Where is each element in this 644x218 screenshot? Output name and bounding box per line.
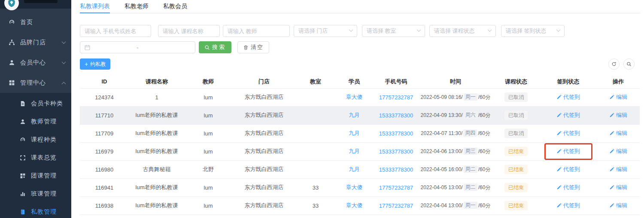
- sidebar-item-member-center[interactable]: 会员中心: [0, 52, 71, 73]
- duration-text: /60分: [478, 184, 491, 190]
- sidebar-item-label: 班课管理: [31, 190, 71, 198]
- edit-button[interactable]: 编辑: [609, 147, 627, 155]
- weekday-tag: 周二: [464, 184, 477, 191]
- student-link[interactable]: 九月: [349, 148, 360, 154]
- table-row: 116980古典舞秘籍北野东方既白西湖店九月153337783002022-04…: [80, 160, 640, 178]
- sign-for-button[interactable]: 代签到: [556, 184, 580, 191]
- student-link[interactable]: 章大傻: [346, 202, 363, 209]
- status-tag: 已结束: [504, 183, 528, 192]
- sidebar-item-label: 管理中心: [20, 79, 62, 87]
- cell-actions: 编辑: [597, 106, 640, 124]
- sign-for-button[interactable]: 代签到: [556, 147, 580, 155]
- column-search-button[interactable]: [623, 58, 635, 70]
- edit-label: 编辑: [616, 111, 627, 119]
- cell-course-name: 古典舞秘籍: [129, 160, 185, 178]
- cell-time: 2022-04-05 13:00/周二/60分: [419, 178, 492, 197]
- sign-for-button[interactable]: 代签到: [556, 93, 580, 101]
- date-range-picker[interactable]: -: [80, 41, 195, 53]
- phone-link[interactable]: 17757232787: [379, 184, 413, 191]
- sidebar-item-home[interactable]: 首页: [0, 12, 71, 32]
- cell-phone: 15333778300: [374, 106, 419, 124]
- tab-private-teachers[interactable]: 私教老师: [125, 0, 149, 13]
- main-content: 私教课列表私教老师私教会员 请选择 门店请选择 教室请选择 课程状态请选择 签到…: [71, 0, 644, 218]
- phone-link[interactable]: 17757232787: [379, 203, 413, 209]
- phone-link[interactable]: 15333778300: [379, 148, 413, 155]
- sidebar-item-brand-stores[interactable]: 品牌门店: [0, 32, 71, 52]
- course-status-select[interactable]: 请选择 课程状态: [429, 25, 496, 37]
- search-button[interactable]: 搜索: [199, 41, 231, 53]
- phone-link[interactable]: 15333778300: [379, 166, 413, 173]
- sidebar-item-label: 教师管理: [31, 118, 71, 126]
- cell-sign-status: 代签到: [540, 178, 597, 197]
- sidebar-item-label: 课程种类: [31, 136, 71, 144]
- phone-link[interactable]: 15333778300: [379, 130, 413, 137]
- phone-link[interactable]: 17757232787: [379, 94, 413, 101]
- edit-button[interactable]: 编辑: [609, 166, 627, 173]
- edit-label: 编辑: [616, 147, 627, 155]
- cell-time: 2022-04-06 13:00/周三/60分: [419, 142, 492, 160]
- cell-time: 2022-04-07 11:30/周四/60分: [419, 124, 492, 142]
- chevron-down-icon: [349, 28, 353, 32]
- cell-classroom: [296, 124, 335, 142]
- cell-time: 2022-04-04 13:00/周一/60分: [419, 197, 492, 215]
- weekday-tag: 周六: [464, 111, 477, 119]
- time-text: 2022-04-04 13:00/: [421, 203, 463, 209]
- search-button-label: 搜索: [212, 43, 226, 51]
- classroom-select[interactable]: 请选择 教室: [362, 25, 425, 37]
- sidebar-item-private-coach-management[interactable]: 私教管理: [0, 203, 71, 218]
- sidebar-item-group-class-management[interactable]: 团课管理: [0, 167, 71, 185]
- filter-row-2: - 搜索 清空: [80, 41, 635, 53]
- sign-status-select[interactable]: 请选择 签到状态: [501, 25, 565, 37]
- weekday-tag: 周一: [464, 202, 477, 209]
- sidebar-item-class-course-management[interactable]: 班课管理: [0, 185, 71, 203]
- edit-button[interactable]: 编辑: [609, 184, 627, 191]
- pencil-icon: [609, 203, 614, 208]
- filter-row-1: 请选择 门店请选择 教室请选择 课程状态请选择 签到状态: [80, 25, 635, 37]
- edit-button[interactable]: 编辑: [609, 111, 627, 119]
- clear-button[interactable]: 清空: [237, 41, 269, 53]
- book-private-class-button[interactable]: + 约私教: [80, 58, 110, 70]
- course-name-input[interactable]: [158, 25, 220, 37]
- sidebar-item-member-card-types[interactable]: 会员卡种类: [0, 95, 71, 113]
- sign-for-button[interactable]: 代签到: [556, 111, 580, 119]
- book-private-class-label: 约私教: [90, 61, 106, 68]
- edit-button[interactable]: 编辑: [609, 202, 627, 209]
- sign-for-button[interactable]: 代签到: [556, 202, 580, 209]
- phone-link[interactable]: 15333778300: [379, 112, 413, 119]
- sign-for-button[interactable]: 代签到: [556, 129, 580, 137]
- chevron-up-icon: [62, 82, 66, 86]
- student-link[interactable]: 章大傻: [346, 94, 363, 100]
- student-link[interactable]: 九月: [349, 130, 360, 136]
- teacher-input[interactable]: [223, 25, 290, 37]
- pencil-icon: [609, 185, 614, 190]
- cell-actions: 编辑: [597, 197, 640, 215]
- edit-label: 编辑: [616, 166, 627, 173]
- store-select[interactable]: 请选择 门店: [294, 25, 357, 37]
- student-link[interactable]: 章大傻: [346, 184, 363, 190]
- sign-for-label: 代签到: [563, 147, 580, 155]
- edit-button[interactable]: 编辑: [609, 129, 627, 137]
- sidebar-item-teacher-management[interactable]: 教师管理: [0, 113, 71, 131]
- tab-private-class-list[interactable]: 私教课列表: [80, 0, 110, 13]
- cell-store: 东方既白西湖店: [232, 142, 296, 160]
- chevron-down-icon: [417, 28, 421, 32]
- cell-course-name: lum老师的私教课: [129, 106, 185, 124]
- cell-student: 章大傻: [335, 197, 374, 215]
- column-header: 手机号码: [374, 75, 419, 88]
- refresh-button[interactable]: [608, 58, 620, 70]
- sign-for-button[interactable]: 代签到: [556, 166, 580, 173]
- sidebar-item-schedule-overview[interactable]: 课表总览: [0, 149, 71, 167]
- cell-phone: 17757232787: [374, 197, 419, 215]
- column-header: 时间: [419, 75, 492, 88]
- table-row: 116979lum老师的私教课lum东方既白西湖店九月1533377830020…: [80, 142, 640, 160]
- student-link[interactable]: 九月: [349, 166, 360, 172]
- sidebar-item-course-types[interactable]: 课程种类: [0, 131, 71, 149]
- cell-teacher: lum: [185, 142, 232, 160]
- student-link[interactable]: 九月: [349, 112, 360, 118]
- tab-private-members[interactable]: 私教会员: [163, 0, 187, 13]
- phone-or-name-input[interactable]: [80, 25, 151, 37]
- edit-button[interactable]: 编辑: [609, 93, 627, 101]
- magnifier-icon: [626, 61, 632, 67]
- cell-sign-status: 代签到: [540, 160, 597, 178]
- sidebar-item-management-center[interactable]: 管理中心: [0, 73, 71, 93]
